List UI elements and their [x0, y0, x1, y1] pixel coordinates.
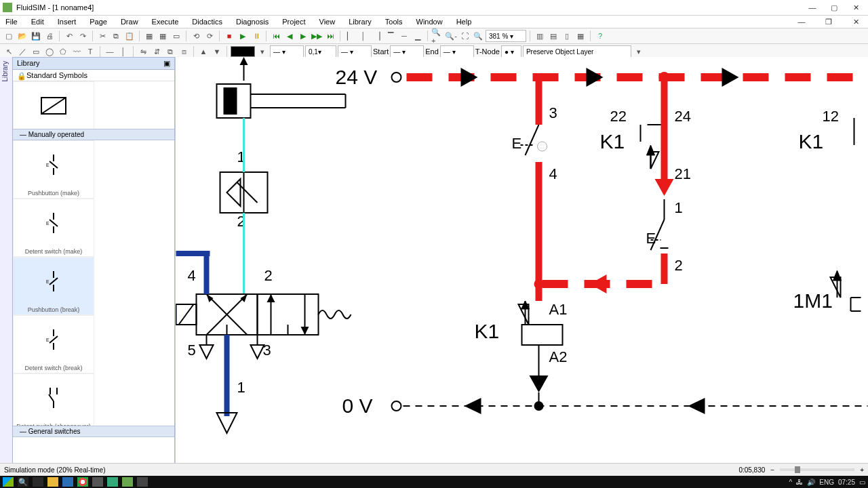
skip-start-icon[interactable]: ⏮ [270, 30, 282, 42]
copy-icon[interactable]: ⧉ [110, 30, 122, 42]
menu-library[interactable]: Library [346, 17, 374, 26]
play-icon[interactable]: ▶ [237, 30, 249, 42]
align-left-icon[interactable]: ▏ [344, 30, 356, 42]
color-dropdown-icon[interactable]: ▾ [256, 45, 269, 58]
sidetab-library[interactable]: Library [0, 57, 10, 86]
fluidsim-task-icon[interactable] [122, 477, 133, 487]
color-swatch[interactable] [231, 46, 255, 57]
menu-view[interactable]: View [317, 17, 338, 26]
text-tool-icon[interactable]: T [84, 45, 96, 58]
layer-field[interactable]: Preserve Object Layer [523, 45, 631, 58]
notifications-icon[interactable]: ▭ [859, 479, 865, 486]
view-grid-icon[interactable]: ▥ [534, 30, 546, 42]
time-slider-plus-icon[interactable]: + [860, 466, 864, 474]
network-icon[interactable]: 🖧 [796, 479, 803, 486]
explorer-icon[interactable] [47, 477, 58, 487]
align-middle-icon[interactable]: ─ [398, 30, 410, 42]
lib-thumb-detent-break[interactable]: EDetent switch (break) [13, 315, 94, 373]
save-icon[interactable]: 💾 [30, 30, 42, 42]
menu-help[interactable]: Help [454, 17, 475, 26]
menu-file[interactable]: File [3, 17, 20, 26]
diagram-canvas[interactable]: 1 2 4 2 5 3 1 24 V 3 E 4 [175, 57, 868, 464]
rect-tool-icon[interactable]: ▭ [30, 45, 42, 58]
search-icon[interactable]: 🔍 [18, 477, 28, 487]
menu-tools[interactable]: Tools [382, 17, 406, 26]
select-tool-icon[interactable]: ↖ [3, 45, 15, 58]
child-close-button[interactable]: ✕ [846, 16, 865, 28]
paste-icon[interactable]: 📋 [123, 30, 136, 42]
help-icon[interactable]: ? [594, 30, 606, 42]
tray-up-icon[interactable]: ^ [789, 479, 793, 486]
app3-task-icon[interactable] [137, 477, 148, 487]
view-tiles-icon[interactable]: ▦ [574, 30, 587, 42]
rotate-left-icon[interactable]: ⟲ [190, 30, 202, 42]
zoom-fit-icon[interactable]: ⛶ [458, 30, 471, 42]
polyline-tool-icon[interactable]: 〰 [71, 45, 83, 58]
start-button-icon[interactable] [3, 477, 14, 487]
volume-icon[interactable]: 🔊 [807, 479, 815, 486]
vline-icon[interactable]: │ [117, 45, 130, 58]
ungroup-icon[interactable]: ⧈ [178, 45, 190, 58]
layer-dropdown-icon[interactable]: ▾ [633, 45, 645, 58]
zoom-in-icon[interactable]: 🔍+ [431, 30, 443, 42]
menu-page[interactable]: Page [87, 17, 110, 26]
time-slider[interactable] [780, 468, 854, 471]
align-right-icon[interactable]: ▕ [371, 30, 383, 42]
menu-diagnosis[interactable]: Diagnosis [233, 17, 271, 26]
step-fwd-icon[interactable]: ▶ [297, 30, 309, 42]
lib-thumb-detent-make[interactable]: EDetent switch (make) [13, 199, 94, 257]
grid-icon[interactable]: ▦ [143, 30, 155, 42]
close-button[interactable]: ✕ [846, 1, 865, 14]
fast-fwd-icon[interactable]: ▶▶ [311, 30, 323, 42]
linewidth-field[interactable]: 0,1 ▾ [305, 45, 336, 58]
step-back-icon[interactable]: ◀ [283, 30, 296, 42]
menu-execute[interactable]: Execute [149, 17, 182, 26]
menu-draw[interactable]: Draw [118, 17, 141, 26]
store-icon[interactable] [62, 477, 73, 487]
undo-icon[interactable]: ↶ [63, 30, 75, 42]
tray-clock[interactable]: 07:25 [838, 479, 855, 486]
bring-front-icon[interactable]: ▲ [197, 45, 210, 58]
view-page-icon[interactable]: ▯ [561, 30, 573, 42]
child-minimize-button[interactable]: — [792, 16, 811, 28]
end-cap-field[interactable]: — ▾ [390, 45, 424, 58]
align-top-icon[interactable]: ▔ [384, 30, 397, 42]
taskview-icon[interactable] [33, 477, 43, 487]
tray-lang[interactable]: ENG [819, 479, 834, 486]
ruler-icon[interactable]: ▭ [170, 30, 182, 42]
line-tool-icon[interactable]: ／ [16, 45, 28, 58]
cut-icon[interactable]: ✂ [96, 30, 108, 42]
view-list-icon[interactable]: ▤ [547, 30, 559, 42]
align-center-icon[interactable]: │ [357, 30, 370, 42]
print-icon[interactable]: 🖨 [43, 30, 56, 42]
app2-task-icon[interactable] [107, 477, 118, 487]
chrome-icon[interactable] [77, 477, 88, 487]
zoom-field[interactable]: 381 % ▾ [486, 30, 526, 42]
tnode-field[interactable]: — ▾ [440, 45, 474, 58]
new-icon[interactable]: ▢ [3, 30, 15, 42]
flip-v-icon[interactable]: ⇵ [151, 45, 163, 58]
menu-project[interactable]: Project [279, 17, 308, 26]
start-cap-field[interactable]: — ▾ [338, 45, 372, 58]
open-icon[interactable]: 📂 [16, 30, 28, 42]
library-root[interactable]: 🔒 Standard Symbols [13, 70, 174, 81]
menu-window[interactable]: Window [414, 17, 446, 26]
ellipse-tool-icon[interactable]: ◯ [43, 45, 56, 58]
lib-thumb-detent-changeover[interactable]: Detent switch (changeover) [13, 373, 94, 426]
rotate-right-icon[interactable]: ⟳ [203, 30, 216, 42]
redo-icon[interactable]: ↷ [77, 30, 89, 42]
lib-thumb-pushbutton-make[interactable]: EPushbutton (make) [13, 140, 94, 199]
lib-thumb-signal-converter-1[interactable]: Signal converter [13, 81, 94, 129]
group-icon[interactable]: ⧉ [164, 45, 176, 58]
minimize-button[interactable]: — [803, 1, 822, 14]
child-restore-button[interactable]: ❐ [819, 16, 838, 28]
time-slider-minus-icon[interactable]: − [770, 466, 774, 474]
pause-icon[interactable]: ⏸ [250, 30, 262, 42]
group-manual-header[interactable]: — Manually operated [13, 129, 174, 140]
library-close-icon[interactable]: ▣ [163, 59, 170, 68]
linestyle-field[interactable]: — ▾ [270, 45, 304, 58]
menu-didactics[interactable]: Didactics [189, 17, 225, 26]
snap-icon[interactable]: ▦ [157, 30, 169, 42]
align-bottom-icon[interactable]: ▁ [412, 30, 424, 42]
app-task-icon[interactable] [92, 477, 103, 487]
